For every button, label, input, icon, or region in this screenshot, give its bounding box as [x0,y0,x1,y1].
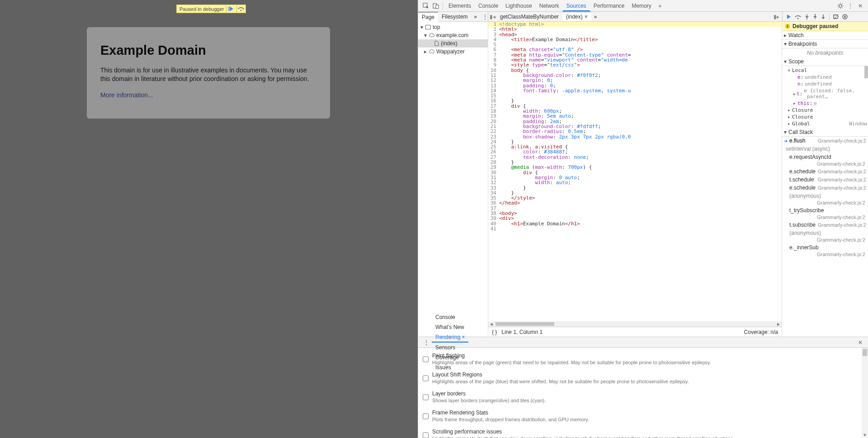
step-into-icon[interactable] [805,14,809,19]
tree-top[interactable]: ▾top [418,23,488,31]
code-line[interactable]: 32 width: auto; [488,180,782,185]
top-tab-elements[interactable]: Elements [445,0,475,11]
code-line[interactable]: 4 <title>Example Domain</title> [488,37,782,42]
drawer: ⋮ ConsoleWhat's NewRendering×SensorsCove… [418,337,868,438]
device-toggle-icon[interactable] [431,3,441,9]
callstack-section[interactable]: Call Stack [782,128,868,137]
code-line[interactable]: 37 [488,206,782,211]
callstack-frame[interactable]: e._innerSub [782,243,868,252]
callstack-frame[interactable]: e.requestAsyncId [782,153,868,161]
drawer-menu-icon[interactable]: ⋮ [421,339,432,346]
toggle-navigator-icon[interactable]: ▮◂ [488,14,496,20]
code-line[interactable]: 9 <style type="text/css"> [488,62,782,67]
navigator-tab-page[interactable]: Page [418,12,438,22]
kebab-menu-icon[interactable]: ⋮ [845,3,855,9]
paused-in-debugger-badge: Paused in debugger [176,5,246,13]
watch-section[interactable]: Watch [782,31,868,40]
navigator-more-icon[interactable]: » [471,14,480,20]
drawer-tab-console[interactable]: Console [432,312,468,322]
code-line[interactable]: 14 font-family: -apple-system, system-u [488,88,782,93]
rendering-checkbox[interactable] [423,353,429,365]
step-out-icon[interactable] [813,14,817,19]
scope-closure-1[interactable]: Closure [788,107,867,114]
code-line[interactable]: 40 <h1>Example Domain</h1> [488,221,782,226]
open-file-more-icon[interactable]: » [591,14,600,20]
scope-var[interactable]: t: e {closed: false, _parent… [793,87,867,100]
code-line[interactable]: 41 [488,226,782,231]
scope-closure-2[interactable]: Closure [788,114,867,120]
code-line[interactable]: 27 text-decoration: none; [488,155,782,160]
scope-section[interactable]: Scope [782,57,868,66]
rendering-checkbox[interactable] [423,429,429,438]
top-tab-lighthouse[interactable]: Lighthouse [502,0,536,11]
top-tab-console[interactable]: Console [475,0,502,11]
callstack-frame[interactable]: t.subscribeGrammarly-check.js:2 [782,221,868,229]
page-paragraph: This domain is for use in illustrative e… [100,66,316,83]
breakpoints-section[interactable]: Breakpoints [782,40,868,48]
resume-button-icon[interactable] [785,14,791,19]
top-tab-sources[interactable]: Sources [563,0,590,11]
open-file-tab-1[interactable]: (index)× [562,12,591,21]
code-line[interactable]: 33 } [488,186,782,190]
drawer-tab-rendering[interactable]: Rendering× [432,332,468,343]
svg-point-7 [815,14,816,15]
page-more-link[interactable]: More information... [100,91,153,99]
top-tab-memory[interactable]: Memory [628,0,655,11]
callstack-frame[interactable]: (anonymous) [782,192,868,200]
callstack-frame[interactable]: e.scheduleGrammarly-check.js:2 [782,184,868,192]
open-file-tab-0[interactable]: getClassMateByNumber [496,12,562,21]
rendering-checkbox[interactable] [423,410,429,422]
settings-icon[interactable] [835,3,845,9]
code-line[interactable]: 1<!doctype html> [488,22,782,27]
code-line[interactable]: 23 box-shadow: 2px 3px 7px 2px rgba(0,0 [488,134,782,139]
resume-icon[interactable] [226,5,234,12]
drawer-close-icon[interactable]: ✕ [855,339,865,346]
navigator-tab-filesystem[interactable]: Filesystem [438,12,471,21]
debugger-paused-banner: Debugger paused [782,22,868,31]
code-line[interactable]: 29 @media (max-width: 700px) { [488,165,782,170]
step-over-icon[interactable] [236,5,245,12]
code-horizontal-scrollbar[interactable]: ◂▸ [488,321,782,327]
pause-on-exceptions-icon[interactable] [842,14,848,19]
drawer-tab-what-s-new[interactable]: What's New [432,322,468,332]
code-scroll[interactable]: 1<!doctype html>2<html>3<head>4 <title>E… [488,22,782,321]
close-drawer-tab-icon[interactable]: × [462,334,465,340]
scope-var[interactable]: e: undefined [793,74,867,81]
step-over-button-icon[interactable] [795,14,801,19]
rendering-checkbox[interactable] [423,372,429,384]
top-tab-performance[interactable]: Performance [590,0,628,11]
scope-global[interactable]: GlobalWindow [788,120,867,127]
deactivate-breakpoints-icon[interactable] [833,14,839,19]
callstack-frame[interactable]: t_trySubscribe [782,206,868,214]
tree-domain[interactable]: ▾example.com [418,31,488,39]
code-line[interactable]: 2<html> [488,27,782,32]
scope-local[interactable]: ▾Local [788,67,867,74]
code-line[interactable]: 16 } [488,98,782,103]
more-tabs-icon[interactable]: » [655,3,665,9]
callstack-frame[interactable]: t.scheduleGrammarly-check.js:2 [782,176,868,184]
toggle-debugger-icon[interactable]: ▮▸ [771,14,782,20]
open-file-tabs: ▮◂ getClassMateByNumber (index)× » ▮▸ [488,12,782,21]
tree-wappalyzer[interactable]: ▸Wappalyzer [418,48,488,56]
step-icon[interactable] [821,14,826,19]
scope-var[interactable]: this: e [793,100,867,107]
top-tab-network[interactable]: Network [536,0,563,11]
scope-var[interactable]: n: undefined [793,81,867,87]
callstack-frame[interactable]: (anonymous) [782,229,868,237]
callstack-frame[interactable]: e.scheduleGrammarly-check.js:2 [782,167,868,176]
tree-file-index[interactable]: (index) [418,39,488,48]
sources-body: ▾top ▾example.com (index) ▸Wappalyzer 1<… [418,22,868,337]
pretty-print-icon[interactable]: { } [492,329,497,335]
code-line[interactable]: 15 [488,93,782,98]
rendering-checkbox[interactable] [423,391,429,403]
code-line[interactable]: 38<body> [488,211,782,216]
drawer-tabs: ⋮ ConsoleWhat's NewRendering×SensorsCove… [418,337,868,348]
code-line[interactable]: 36</head> [488,200,782,205]
drawer-vertical-scrollbar[interactable]: ▴▾ [862,348,868,438]
code-line[interactable]: 39<div> [488,216,782,221]
close-tab-icon[interactable]: × [585,14,588,20]
inspect-icon[interactable] [421,3,431,9]
close-devtools-icon[interactable]: ✕ [855,3,865,9]
callstack-frame[interactable]: ➜e.flushGrammarly-check.js:2 [782,137,868,145]
code-line[interactable]: 35 </style> [488,195,782,200]
